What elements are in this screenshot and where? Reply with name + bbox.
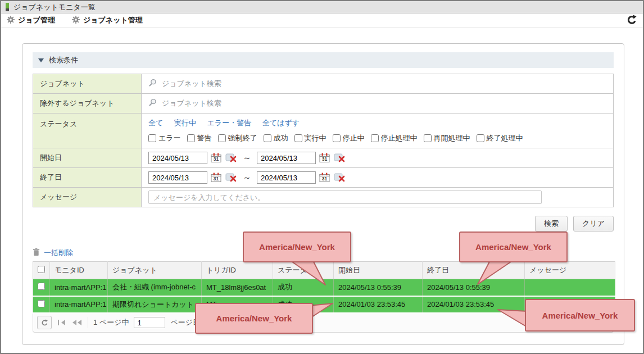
- clear-date-icon[interactable]: [334, 153, 346, 163]
- timezone-callout-text: America/New_York: [475, 242, 551, 252]
- status-link-error-warning[interactable]: エラー・警告: [207, 119, 252, 127]
- exclude-jobnet-picker-placeholder: ジョブネット検索: [162, 98, 221, 108]
- cell-message: [525, 279, 615, 296]
- calendar-icon[interactable]: 31: [319, 173, 330, 183]
- status-checkbox-stopped[interactable]: [333, 134, 341, 142]
- clear-button[interactable]: クリア: [573, 216, 614, 232]
- cell-start-date: 2024/01/03 23:53:45: [334, 296, 423, 313]
- svg-text:31: 31: [214, 176, 219, 181]
- search-row-start-date: 開始日 31: [33, 148, 614, 168]
- search-button[interactable]: 検索: [535, 216, 568, 232]
- cell-start-date: 2024/05/13 0:55:39: [334, 279, 423, 296]
- status-checkbox-forced-end[interactable]: [218, 134, 226, 142]
- status-checkbox-ending[interactable]: [477, 134, 484, 142]
- row-checkbox[interactable]: [38, 283, 45, 290]
- status-checkbox-label: エラー: [158, 133, 181, 143]
- exclude-jobnet-label: 除外するジョブネット: [33, 94, 142, 114]
- end-date-label: 終了日: [33, 168, 142, 188]
- status-checkbox-running[interactable]: [294, 134, 302, 142]
- cell-jobnet: 期限切れショートカット: [108, 296, 202, 313]
- row-checkbox[interactable]: [38, 300, 45, 307]
- column-header-monitor-id[interactable]: モニタID: [50, 262, 108, 279]
- select-all-checkbox[interactable]: [38, 266, 45, 273]
- title-bar: ジョブネットモニタ一覧: [1, 1, 643, 13]
- status-checkbox-label: 再開処理中: [434, 133, 470, 143]
- callout-tail: [282, 258, 333, 288]
- clear-date-icon[interactable]: [225, 173, 237, 183]
- column-header-message[interactable]: メッセージ: [525, 262, 615, 279]
- search-icon: [148, 79, 157, 89]
- search-row-exclude-jobnet: 除外するジョブネット ジョブネット検索: [33, 94, 614, 114]
- page-title: ジョブネットモニタ一覧: [13, 2, 96, 12]
- timezone-callout: America/New_York: [243, 232, 351, 262]
- nav-item-jobnet-management[interactable]: ジョブネット管理: [72, 15, 143, 25]
- chevron-down-icon: [38, 58, 44, 62]
- search-row-end-date: 終了日 31: [33, 168, 614, 188]
- date-range-separator: ～: [243, 153, 251, 164]
- cell-monitor-id: intra-martAPP:17: [50, 296, 108, 313]
- svg-text:31: 31: [214, 156, 219, 162]
- refresh-icon[interactable]: [627, 15, 637, 27]
- column-header-start-date[interactable]: 開始日: [334, 262, 423, 279]
- pager-total-label: 1 ページ中: [93, 317, 129, 328]
- search-row-message: メッセージ: [33, 188, 614, 207]
- start-date-to-input[interactable]: [257, 152, 316, 164]
- exclude-jobnet-picker[interactable]: ジョブネット検索: [148, 98, 606, 108]
- search-conditions-title: 検索条件: [49, 55, 78, 65]
- search-form: ジョブネット ジョブネット検索 除外するジョブネット: [33, 74, 614, 207]
- status-label: ステータス: [33, 114, 142, 148]
- search-icon: [148, 98, 157, 108]
- status-checkbox-label: 実行中: [305, 133, 326, 143]
- status-checkbox-label: 終了処理中: [487, 133, 523, 143]
- callout-tail: [468, 258, 518, 288]
- end-date-to-input[interactable]: [257, 171, 316, 184]
- timezone-callout-text: America/New_York: [216, 314, 292, 323]
- pager-prev-icon[interactable]: [71, 320, 83, 325]
- column-header-trigger-id[interactable]: トリガID: [202, 262, 273, 279]
- jobnet-picker[interactable]: ジョブネット検索: [148, 79, 606, 89]
- gear-icon: [72, 16, 80, 25]
- search-conditions-toggle[interactable]: 検索条件: [33, 52, 614, 68]
- status-link-clear-all[interactable]: 全てはずす: [262, 119, 300, 127]
- status-checkbox-label: 成功: [274, 133, 288, 143]
- message-label: メッセージ: [33, 188, 142, 207]
- clear-date-icon[interactable]: [334, 173, 346, 183]
- page-number-input[interactable]: [134, 317, 165, 328]
- date-range-separator: ～: [243, 173, 251, 183]
- timezone-callout-text: America/New_York: [542, 311, 618, 320]
- column-header-jobnet[interactable]: ジョブネット: [108, 262, 202, 279]
- start-date-label: 開始日: [33, 148, 142, 168]
- status-checkbox-success[interactable]: [264, 134, 271, 142]
- search-row-jobnet: ジョブネット ジョブネット検索: [33, 74, 614, 94]
- pager-first-icon[interactable]: [57, 320, 66, 325]
- status-checkbox-error[interactable]: [148, 134, 156, 142]
- nav-item-label: ジョブネット管理: [83, 15, 143, 25]
- end-date-from-input[interactable]: [148, 171, 207, 184]
- status-checkboxes: エラー 警告 強制終了 成功 実行中 停止中 停止処理中 再開処理中 終了処理中: [148, 133, 606, 143]
- status-link-running[interactable]: 実行中: [174, 119, 196, 127]
- status-checkbox-stopping[interactable]: [371, 134, 379, 142]
- status-checkbox-warning[interactable]: [187, 134, 195, 142]
- cell-trigger-id: MT_18lm8jj6es0at: [202, 279, 273, 296]
- calendar-icon[interactable]: 31: [211, 173, 222, 183]
- timezone-callout: America/New_York: [195, 303, 313, 334]
- svg-text:31: 31: [322, 176, 328, 181]
- start-date-from-input[interactable]: [148, 152, 207, 164]
- timezone-callout: America/New_York: [525, 299, 635, 332]
- svg-text:31: 31: [322, 156, 328, 162]
- status-link-all[interactable]: 全て: [148, 119, 163, 127]
- bulk-delete-link[interactable]: 一括削除: [44, 248, 73, 258]
- clear-date-icon[interactable]: [225, 153, 237, 163]
- status-quick-links: 全て 実行中 エラー・警告 全てはずす: [148, 118, 606, 128]
- search-row-status: ステータス 全て 実行中 エラー・警告 全てはずす エラー 警告 強制終了 成功…: [33, 114, 614, 148]
- calendar-icon[interactable]: 31: [211, 153, 222, 163]
- status-checkbox-label: 停止中: [343, 133, 365, 143]
- message-input[interactable]: [148, 190, 542, 204]
- status-checkbox-label: 停止処理中: [381, 133, 418, 143]
- nav-item-job-management[interactable]: ジョブ管理: [7, 15, 55, 25]
- pager-refresh-icon[interactable]: [37, 316, 52, 329]
- status-checkbox-label: 警告: [197, 133, 212, 143]
- calendar-icon[interactable]: 31: [319, 153, 330, 163]
- gear-icon: [7, 16, 15, 25]
- status-checkbox-resuming[interactable]: [424, 134, 432, 142]
